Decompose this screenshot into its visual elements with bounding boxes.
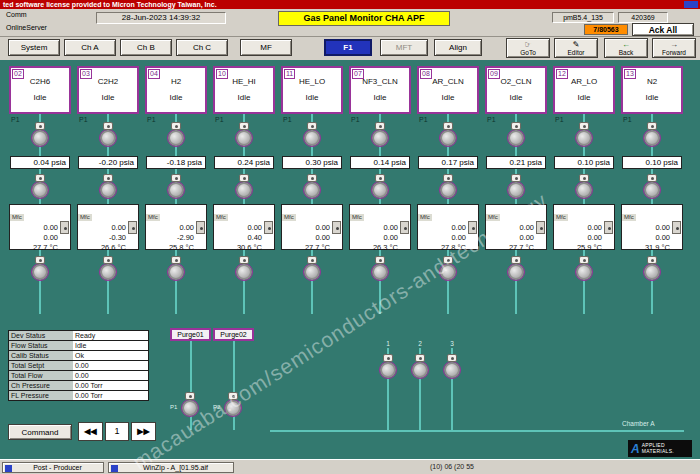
valve-icon[interactable] <box>574 256 594 280</box>
valve-icon[interactable] <box>370 122 390 146</box>
valve-icon[interactable] <box>370 256 390 280</box>
channel-status: Idle <box>555 93 613 102</box>
mfc-spinner-button[interactable] <box>604 221 613 234</box>
valve-icon[interactable] <box>234 174 254 198</box>
valve-icon[interactable] <box>302 174 322 198</box>
mf-button[interactable]: MF <box>240 39 292 56</box>
channel-header-box[interactable]: 04 H2 Idle <box>145 66 207 114</box>
valve-icon[interactable] <box>574 174 594 198</box>
mfc-spinner-button[interactable] <box>536 221 545 234</box>
f1-button[interactable]: F1 <box>324 39 372 56</box>
align-button[interactable]: Align <box>434 39 482 56</box>
pressure-point-label: P1 <box>351 116 360 123</box>
pressure-point-label: P1 <box>487 116 496 123</box>
gas-channel: 13 N2 Idle P1 0.10 psia Mfc 0.00 0.00 31… <box>620 60 684 380</box>
mfc-spinner-button[interactable] <box>264 221 273 234</box>
system-button[interactable]: System <box>8 39 60 56</box>
valve-icon[interactable] <box>410 354 430 378</box>
chamber-valve-unit: 1 <box>378 340 398 432</box>
mfc-spinner-button[interactable] <box>332 221 341 234</box>
ch-c-button[interactable]: Ch C <box>176 39 228 56</box>
valve-icon[interactable] <box>506 256 526 280</box>
page-next-button[interactable]: ▶▶ <box>131 422 156 441</box>
valve-icon[interactable] <box>234 122 254 146</box>
mfc-spinner-button[interactable] <box>468 221 477 234</box>
mfc-spinner-button[interactable] <box>400 221 409 234</box>
taskbar-item[interactable]: Post - Producer <box>2 462 104 473</box>
valve-icon[interactable] <box>378 354 398 378</box>
valve-icon[interactable] <box>642 256 662 280</box>
status-value: Ok <box>73 351 148 360</box>
mfc-spinner-button[interactable] <box>196 221 205 234</box>
valve-icon[interactable] <box>98 174 118 198</box>
back-button[interactable]: ← Back <box>604 38 648 58</box>
channel-header-box[interactable]: 11 HE_LO Idle <box>281 66 343 114</box>
valve-body <box>412 362 428 378</box>
valve-icon[interactable] <box>506 174 526 198</box>
chamber-manifold-line <box>270 430 684 432</box>
valve-icon[interactable] <box>442 354 462 378</box>
license-bar: ted software license provided to Micron … <box>0 0 700 9</box>
channel-header-box[interactable]: 07 NF3_CLN Idle <box>349 66 411 114</box>
forward-button[interactable]: → Forward <box>652 38 696 58</box>
valve-icon[interactable] <box>302 122 322 146</box>
channel-header-box[interactable]: 02 C2H6 Idle <box>9 66 71 114</box>
valve-icon[interactable] <box>438 256 458 280</box>
valve-icon[interactable] <box>30 122 50 146</box>
valve-icon[interactable] <box>30 174 50 198</box>
valve-icon[interactable] <box>506 122 526 146</box>
goto-label: GoTo <box>507 49 549 57</box>
valve-body <box>168 264 184 280</box>
mfc-spinner-button[interactable] <box>672 221 681 234</box>
valve-icon[interactable] <box>438 122 458 146</box>
mfc-temperature: 31.9 °C <box>622 243 682 253</box>
valve-icon[interactable] <box>302 256 322 280</box>
mfc-spinner-button[interactable] <box>128 221 137 234</box>
pressure-point-label: P1 <box>419 116 428 123</box>
purge-button[interactable]: Purge02 <box>213 328 254 341</box>
valve-icon[interactable] <box>642 122 662 146</box>
valve-icon[interactable] <box>223 392 243 416</box>
valve-body <box>508 182 524 198</box>
valve-actuator <box>511 256 521 264</box>
channel-header-box[interactable]: 10 HE_HI Idle <box>213 66 275 114</box>
taskbar-item[interactable]: WinZip - A_[01.95.aif <box>108 462 234 473</box>
valve-icon[interactable] <box>180 392 200 416</box>
valve-icon[interactable] <box>166 256 186 280</box>
status-row: FL Pressure0.00 Torr <box>9 391 148 400</box>
channel-header-box[interactable]: 03 C2H2 Idle <box>77 66 139 114</box>
purge-button[interactable]: Purge01 <box>170 328 211 341</box>
valve-actuator <box>443 174 453 182</box>
purge-unit: Purge02P2 <box>213 328 257 432</box>
valve-icon[interactable] <box>574 122 594 146</box>
channel-header-box[interactable]: 09 O2_CLN Idle <box>485 66 547 114</box>
ch-a-button[interactable]: Ch A <box>64 39 116 56</box>
valve-icon[interactable] <box>98 122 118 146</box>
valve-icon[interactable] <box>98 256 118 280</box>
mft-button[interactable]: MFT <box>380 39 428 56</box>
channel-header-box[interactable]: 12 AR_LO Idle <box>553 66 615 114</box>
window-corner-button[interactable] <box>684 1 698 8</box>
page-prev-button[interactable]: ◀◀ <box>78 422 103 441</box>
channel-header-box[interactable]: 13 N2 Idle <box>621 66 683 114</box>
valve-icon[interactable] <box>166 174 186 198</box>
valve-icon[interactable] <box>166 122 186 146</box>
mfc-spinner-button[interactable] <box>60 221 69 234</box>
valve-icon[interactable] <box>234 256 254 280</box>
status-panel: Dev StatusReadyFlow StatusIdleCalib Stat… <box>8 330 149 401</box>
comm-label: Comm <box>6 11 27 18</box>
ack-all-button[interactable]: Ack All <box>632 23 694 36</box>
command-button[interactable]: Command <box>8 424 72 440</box>
valve-icon[interactable] <box>370 174 390 198</box>
ch-b-button[interactable]: Ch B <box>120 39 172 56</box>
goto-button[interactable]: ☞ GoTo <box>506 38 550 58</box>
valve-icon[interactable] <box>438 174 458 198</box>
pipe-line <box>233 341 235 392</box>
editor-button[interactable]: ✎ Editor <box>554 38 598 58</box>
channel-header-box[interactable]: 08 AR_CLN Idle <box>417 66 479 114</box>
valve-body <box>32 182 48 198</box>
valve-icon[interactable] <box>642 174 662 198</box>
page-number-display: 1 <box>105 422 129 441</box>
valve-icon[interactable] <box>30 256 50 280</box>
status-row: Flow StatusIdle <box>9 341 148 350</box>
